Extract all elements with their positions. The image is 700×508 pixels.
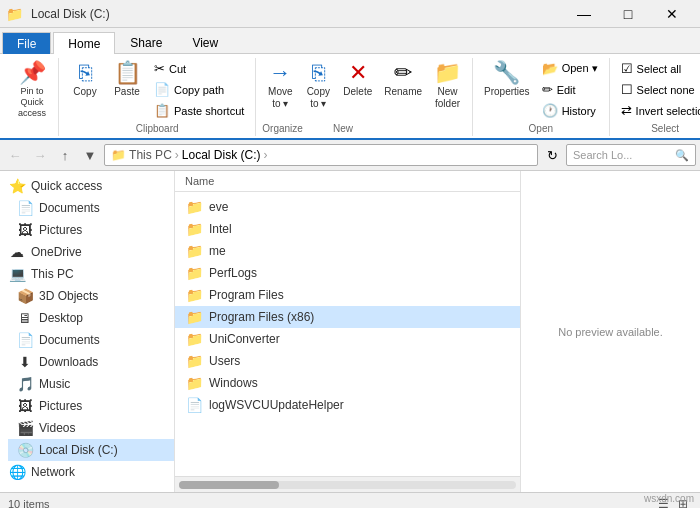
ribbon-group-open: 🔧 Properties 📂 Open ▾ ✏ Edit 🕐 History O… xyxy=(473,58,610,136)
back-button[interactable]: ← xyxy=(4,144,26,166)
file-item[interactable]: 📁eve xyxy=(175,196,520,218)
downloads-icon: ⬇ xyxy=(16,354,34,370)
quick-access-group-label xyxy=(12,132,52,136)
status-bar: 10 items ☰ ⊞ xyxy=(0,492,700,508)
file-item[interactable]: 📁Program Files xyxy=(175,284,520,306)
properties-button[interactable]: 🔧 Properties xyxy=(479,58,535,102)
file-item[interactable]: 📁PerfLogs xyxy=(175,262,520,284)
sidebar-item-documents-qa[interactable]: 📄 Documents xyxy=(8,197,174,219)
search-icon[interactable]: 🔍 xyxy=(675,149,689,162)
file-icon: 📄 xyxy=(185,397,203,413)
history-label: History xyxy=(562,105,596,117)
select-none-button[interactable]: ☐ Select none xyxy=(616,79,700,100)
tab-share[interactable]: Share xyxy=(115,31,177,53)
sidebar-item-videos[interactable]: 🎬 Videos xyxy=(8,417,174,439)
network-icon: 🌐 xyxy=(8,464,26,480)
delete-icon: ✕ xyxy=(349,62,367,84)
path-current: Local Disk (C:) xyxy=(182,148,261,162)
recent-locations-button[interactable]: ▼ xyxy=(79,144,101,166)
select-all-button[interactable]: ☑ Select all xyxy=(616,58,700,79)
h-scrollbar[interactable] xyxy=(175,476,520,492)
file-item[interactable]: 📄logWSVCUUpdateHelper xyxy=(175,394,520,416)
search-placeholder: Search Lo... xyxy=(573,149,632,161)
file-item[interactable]: 📁Windows xyxy=(175,372,520,394)
ribbon-group-organize: → Moveto ▾ ⎘ Copyto ▾ ✕ Delete ✏ Rename … xyxy=(256,58,473,136)
forward-button[interactable]: → xyxy=(29,144,51,166)
sidebar-item-local-disk[interactable]: 💿 Local Disk (C:) xyxy=(8,439,174,461)
3d-objects-icon: 📦 xyxy=(16,288,34,304)
sidebar-item-onedrive[interactable]: ☁ OneDrive xyxy=(0,241,174,263)
this-pc-section: 📦 3D Objects 🖥 Desktop 📄 Documents ⬇ Dow… xyxy=(8,285,174,461)
invert-selection-button[interactable]: ⇄ Invert selection xyxy=(616,100,700,121)
file-item[interactable]: 📁Program Files (x86) xyxy=(175,306,520,328)
maximize-button[interactable]: □ xyxy=(606,0,650,28)
copy-to-button[interactable]: ⎘ Copyto ▾ xyxy=(300,58,336,114)
videos-label: Videos xyxy=(39,421,75,435)
sidebar-item-pictures-qa[interactable]: 🖼 Pictures xyxy=(8,219,174,241)
minimize-button[interactable]: — xyxy=(562,0,606,28)
address-path[interactable]: 📁 This PC › Local Disk (C:) › xyxy=(104,144,538,166)
copy-path-button[interactable]: 📄 Copy path xyxy=(149,79,249,100)
onedrive-label: OneDrive xyxy=(31,245,82,259)
file-item[interactable]: 📁me xyxy=(175,240,520,262)
open-small-btns: 📂 Open ▾ ✏ Edit 🕐 History xyxy=(537,58,603,121)
folder-icon: 📁 xyxy=(185,375,203,391)
clipboard-items: ⎘ Copy 📋 Paste ✂ Cut 📄 Copy path 📋 xyxy=(65,58,249,121)
folder-icon: 📁 xyxy=(185,353,203,369)
h-scroll-thumb[interactable] xyxy=(179,481,279,489)
up-button[interactable]: ↑ xyxy=(54,144,76,166)
sidebar-item-music[interactable]: 🎵 Music xyxy=(8,373,174,395)
history-button[interactable]: 🕐 History xyxy=(537,100,603,121)
file-item[interactable]: 📁Intel xyxy=(175,218,520,240)
edit-icon: ✏ xyxy=(542,82,553,97)
rename-button[interactable]: ✏ Rename xyxy=(379,58,427,102)
file-item-name: Program Files (x86) xyxy=(209,310,314,324)
open-label: Open ▾ xyxy=(562,62,598,75)
open-button[interactable]: 📂 Open ▾ xyxy=(537,58,603,79)
clipboard-label: Clipboard xyxy=(65,121,249,136)
file-item-name: Windows xyxy=(209,376,258,390)
history-icon: 🕐 xyxy=(542,103,558,118)
file-item[interactable]: 📁Users xyxy=(175,350,520,372)
sidebar-item-this-pc[interactable]: 💻 This PC xyxy=(0,263,174,285)
file-item-name: Users xyxy=(209,354,240,368)
refresh-button[interactable]: ↻ xyxy=(541,144,563,166)
file-item-name: logWSVCUUpdateHelper xyxy=(209,398,344,412)
edit-button[interactable]: ✏ Edit xyxy=(537,79,603,100)
move-to-icon: → xyxy=(269,62,291,84)
cut-button[interactable]: ✂ Cut xyxy=(149,58,249,79)
sidebar-item-3d-objects[interactable]: 📦 3D Objects xyxy=(8,285,174,307)
copy-button[interactable]: ⎘ Copy xyxy=(65,58,105,102)
sidebar-item-network[interactable]: 🌐 Network xyxy=(0,461,174,483)
ribbon-group-select: ☑ Select all ☐ Select none ⇄ Invert sele… xyxy=(610,58,700,136)
file-item-name: Program Files xyxy=(209,288,284,302)
folder-icon: 📁 xyxy=(185,309,203,325)
tab-home[interactable]: Home xyxy=(53,32,115,54)
search-box[interactable]: Search Lo... 🔍 xyxy=(566,144,696,166)
new-folder-icon: 📁 xyxy=(434,62,461,84)
sidebar-item-documents[interactable]: 📄 Documents xyxy=(8,329,174,351)
new-folder-button[interactable]: 📁 Newfolder xyxy=(429,58,466,114)
properties-icon: 🔧 xyxy=(493,62,520,84)
move-to-button[interactable]: → Moveto ▾ xyxy=(262,58,298,114)
preview-panel: No preview available. xyxy=(520,171,700,492)
file-item[interactable]: 📁UniConverter xyxy=(175,328,520,350)
select-all-icon: ☑ xyxy=(621,61,633,76)
paste-shortcut-button[interactable]: 📋 Paste shortcut xyxy=(149,100,249,121)
tab-view[interactable]: View xyxy=(177,31,233,53)
select-items: ☑ Select all ☐ Select none ⇄ Invert sele… xyxy=(616,58,700,121)
sidebar-item-quick-access[interactable]: ⭐ Quick access xyxy=(0,175,174,197)
sidebar-item-downloads[interactable]: ⬇ Downloads xyxy=(8,351,174,373)
sidebar-item-desktop[interactable]: 🖥 Desktop xyxy=(8,307,174,329)
edit-label: Edit xyxy=(557,84,576,96)
pin-to-quick-access-button[interactable]: 📌 Pin to Quick access xyxy=(12,58,52,122)
delete-button[interactable]: ✕ Delete xyxy=(338,58,377,102)
h-scroll-track[interactable] xyxy=(179,481,516,489)
open-label: Open xyxy=(479,121,603,136)
ribbon-body: 📌 Pin to Quick access ⎘ Copy 📋 Paste ✂ C… xyxy=(0,54,700,140)
paste-button[interactable]: 📋 Paste xyxy=(107,58,147,102)
tab-file[interactable]: File xyxy=(2,32,51,54)
new-folder-label: Newfolder xyxy=(435,86,460,110)
sidebar-item-pictures[interactable]: 🖼 Pictures xyxy=(8,395,174,417)
close-button[interactable]: ✕ xyxy=(650,0,694,28)
